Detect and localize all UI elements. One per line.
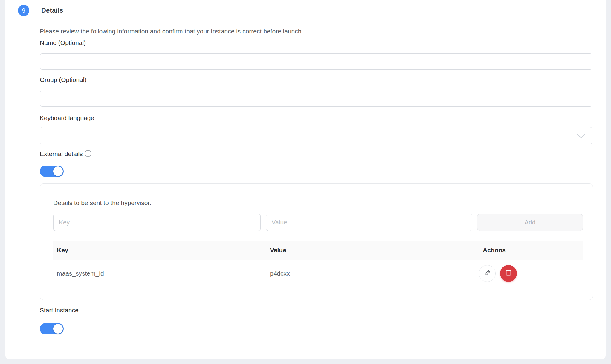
key-value-input-row: Add <box>53 214 583 231</box>
table-header-key: Key <box>53 241 265 260</box>
step-description: Please review the following information … <box>40 28 593 35</box>
group-input[interactable] <box>40 91 592 107</box>
external-details-toggle[interactable] <box>40 166 64 177</box>
chevron-down-icon <box>577 134 586 140</box>
pencil-edit-icon <box>483 269 491 278</box>
toggle-knob <box>53 166 63 176</box>
external-details-label: External details <box>40 150 83 157</box>
external-details-card: Details to be sent to the hypervisor. Ad… <box>40 183 593 300</box>
keyboard-language-label: Keyboard language <box>40 114 593 122</box>
details-table: Key Value Actions maas_system_id p4dcxx <box>53 241 583 287</box>
details-form: Please review the following information … <box>40 28 593 334</box>
keyboard-language-select[interactable] <box>40 127 592 144</box>
table-header-actions: Actions <box>476 241 583 260</box>
step-title: Details <box>41 7 63 14</box>
edit-button[interactable] <box>479 265 496 282</box>
start-instance-label: Start Instance <box>40 307 593 314</box>
table-header-value: Value <box>265 241 476 260</box>
row-key-cell: maas_system_id <box>53 260 265 287</box>
info-icon[interactable] <box>84 150 92 158</box>
step-header: 9 Details <box>18 5 593 16</box>
row-actions-cell <box>476 260 583 287</box>
trash-icon <box>504 269 513 278</box>
name-field-label: Name (Optional) <box>40 39 593 46</box>
start-instance-toggle[interactable] <box>40 323 64 334</box>
details-step-panel: 9 Details Please review the following in… <box>5 0 606 359</box>
external-details-label-row: External details <box>40 150 593 159</box>
step-number-badge: 9 <box>18 5 29 16</box>
group-field-label: Group (Optional) <box>40 76 593 83</box>
add-button[interactable]: Add <box>477 214 583 231</box>
value-input[interactable] <box>266 214 473 231</box>
row-value-cell: p4dcxx <box>265 260 476 287</box>
name-input[interactable] <box>40 53 592 70</box>
toggle-knob <box>53 324 63 334</box>
hypervisor-details-description: Details to be sent to the hypervisor. <box>53 199 583 206</box>
delete-button[interactable] <box>500 265 517 282</box>
table-header-row: Key Value Actions <box>53 241 583 260</box>
table-row: maas_system_id p4dcxx <box>53 260 583 287</box>
key-input[interactable] <box>53 214 261 231</box>
